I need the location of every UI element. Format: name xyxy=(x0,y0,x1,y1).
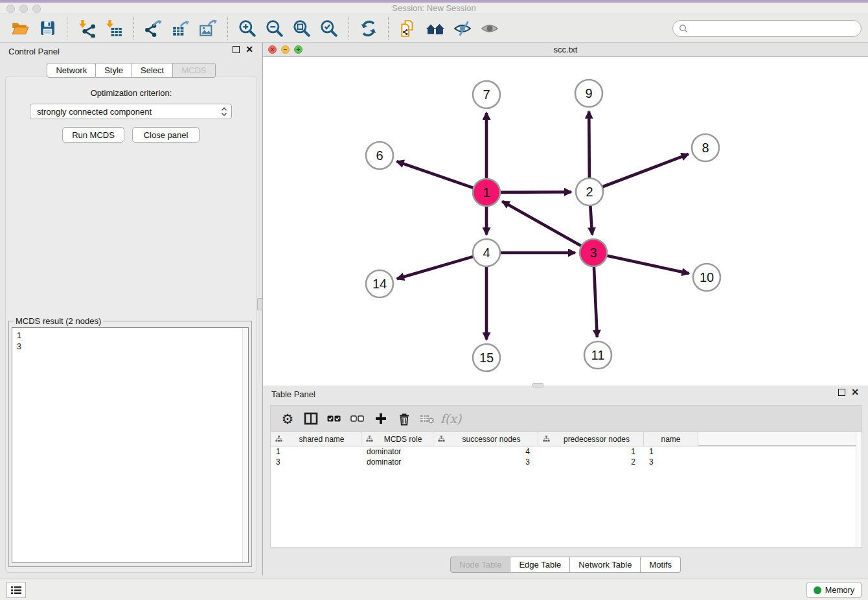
close-table-panel-icon[interactable]: ✕ xyxy=(851,389,859,396)
vertical-splitter-handle[interactable] xyxy=(257,298,263,310)
open-session-button[interactable] xyxy=(10,18,30,39)
graph-node-6[interactable]: 6 xyxy=(366,142,393,169)
table-row[interactable]: 1dominator411 xyxy=(271,446,862,457)
graph-node-7[interactable]: 7 xyxy=(473,81,500,108)
column-header-shared-name[interactable]: shared name xyxy=(271,432,361,446)
main-toolbar xyxy=(0,14,868,43)
column-header-successor-nodes[interactable]: successor nodes xyxy=(433,432,538,446)
search-input[interactable] xyxy=(691,24,855,34)
svg-text:6: 6 xyxy=(376,148,383,163)
table-scrollbar[interactable] xyxy=(856,432,862,547)
delete-column-button[interactable] xyxy=(393,409,416,428)
zoom-fit-button[interactable] xyxy=(291,18,312,39)
svg-text:8: 8 xyxy=(702,141,709,155)
table-tab-network-table[interactable]: Network Table xyxy=(570,557,641,573)
close-panel-icon[interactable]: ✕ xyxy=(246,46,253,53)
add-column-button[interactable] xyxy=(369,409,393,428)
select-all-columns-button[interactable] xyxy=(323,409,346,428)
horizontal-splitter-handle[interactable] xyxy=(532,383,543,387)
delete-table-button[interactable] xyxy=(416,409,439,428)
float-panel-icon[interactable] xyxy=(233,46,240,53)
float-table-panel-icon[interactable] xyxy=(838,389,845,396)
memory-button[interactable]: Memory xyxy=(806,582,862,598)
task-history-button[interactable] xyxy=(6,582,26,598)
mcds-panel: Optimization criterion: strongly connect… xyxy=(5,76,257,573)
table-cell[interactable]: 1 xyxy=(538,447,644,456)
table-cell[interactable]: dominator xyxy=(361,457,433,467)
function-builder-button[interactable]: f(x) xyxy=(439,409,463,428)
graph-node-3[interactable]: 3 xyxy=(580,239,607,266)
svg-text:11: 11 xyxy=(591,348,605,362)
tab-select[interactable]: Select xyxy=(132,63,173,78)
zoom-in-button[interactable] xyxy=(237,18,258,39)
table-cell[interactable]: 3 xyxy=(433,457,538,467)
graph-node-8[interactable]: 8 xyxy=(692,134,719,161)
graph-edge-3-11[interactable] xyxy=(594,266,597,337)
table-tabs: Node TableEdge TableNetwork TableMotifs xyxy=(263,557,868,573)
table-tab-node-table[interactable]: Node Table xyxy=(450,557,511,573)
import-network-button[interactable] xyxy=(76,18,97,39)
mcds-result-list[interactable]: 13 xyxy=(12,327,249,563)
graph-node-14[interactable]: 14 xyxy=(366,270,393,297)
column-header-name[interactable]: name xyxy=(644,432,698,446)
table-cell[interactable]: dominator xyxy=(361,447,433,456)
table-toolbar: ⚙ xyxy=(270,405,862,432)
graph-edge-3-1[interactable] xyxy=(502,202,581,246)
control-panel: Control Panel ✕ NetworkStyleSelectMCDS O… xyxy=(0,43,263,575)
toolbar-separator xyxy=(388,17,389,40)
table-tab-motifs[interactable]: Motifs xyxy=(641,557,681,573)
split-view-button[interactable] xyxy=(299,409,323,428)
table-row[interactable]: 3dominator323 xyxy=(271,457,862,467)
table-cell[interactable]: 4 xyxy=(433,447,538,456)
tab-mcds[interactable]: MCDS xyxy=(173,63,215,78)
graph-node-15[interactable]: 15 xyxy=(473,344,500,371)
export-table-icon xyxy=(172,19,190,38)
column-header-predecessor-nodes[interactable]: predecessor nodes xyxy=(538,432,644,446)
close-panel-button[interactable]: Close panel xyxy=(132,127,200,143)
table-cell[interactable]: 3 xyxy=(644,457,698,467)
hide-selected-button[interactable] xyxy=(452,18,473,39)
graph-edge-3-10[interactable] xyxy=(607,256,689,274)
table-tab-edge-table[interactable]: Edge Table xyxy=(510,557,570,573)
table-cell[interactable]: 1 xyxy=(271,447,361,456)
tab-network[interactable]: Network xyxy=(47,63,96,78)
zoom-out-button[interactable] xyxy=(264,18,285,39)
table-settings-button[interactable]: ⚙ xyxy=(276,409,299,428)
graph-node-10[interactable]: 10 xyxy=(693,264,720,291)
graph-node-9[interactable]: 9 xyxy=(575,80,602,107)
graph-node-2[interactable]: 2 xyxy=(576,178,603,205)
save-session-button[interactable] xyxy=(37,18,58,39)
svg-text:10: 10 xyxy=(700,270,714,284)
export-image-button[interactable] xyxy=(198,18,218,39)
table-cell[interactable]: 2 xyxy=(538,457,644,467)
criterion-dropdown[interactable]: strongly connected component xyxy=(30,104,232,119)
graph-node-11[interactable]: 11 xyxy=(584,341,611,369)
zoom-selected-button[interactable] xyxy=(319,18,339,39)
result-scrollbar[interactable] xyxy=(242,328,248,562)
refresh-button[interactable] xyxy=(358,18,379,39)
svg-text:14: 14 xyxy=(372,277,387,291)
export-image-icon xyxy=(199,19,217,38)
graph-edge-4-14[interactable] xyxy=(397,257,474,279)
graph-edge-1-6[interactable] xyxy=(397,161,474,188)
export-network-button[interactable] xyxy=(143,18,164,39)
first-neighbors-button[interactable] xyxy=(425,18,446,39)
graph-edge-2-8[interactable] xyxy=(602,154,689,187)
graph-node-4[interactable]: 4 xyxy=(473,239,500,266)
new-network-from-selection-button[interactable] xyxy=(398,18,418,39)
graph-edge-2-3[interactable] xyxy=(590,205,592,235)
run-mcds-button[interactable]: Run MCDS xyxy=(62,127,124,143)
table-cell[interactable]: 1 xyxy=(644,447,698,456)
export-table-button[interactable] xyxy=(170,18,191,39)
table-cell[interactable]: 3 xyxy=(271,457,361,467)
graph-node-1[interactable]: 1 xyxy=(473,179,500,206)
graph-edge-2-9[interactable] xyxy=(589,111,589,178)
graph-edge-1-2[interactable] xyxy=(500,192,571,192)
import-table-button[interactable] xyxy=(104,18,124,39)
column-header-mcds-role[interactable]: MCDS role xyxy=(361,432,433,446)
show-all-button[interactable] xyxy=(479,18,500,39)
application-window: Session: New Session xyxy=(0,0,868,600)
network-canvas[interactable]: 7968124314101511 xyxy=(263,57,868,386)
deselect-all-columns-button[interactable] xyxy=(346,409,369,428)
tab-style[interactable]: Style xyxy=(96,63,132,78)
